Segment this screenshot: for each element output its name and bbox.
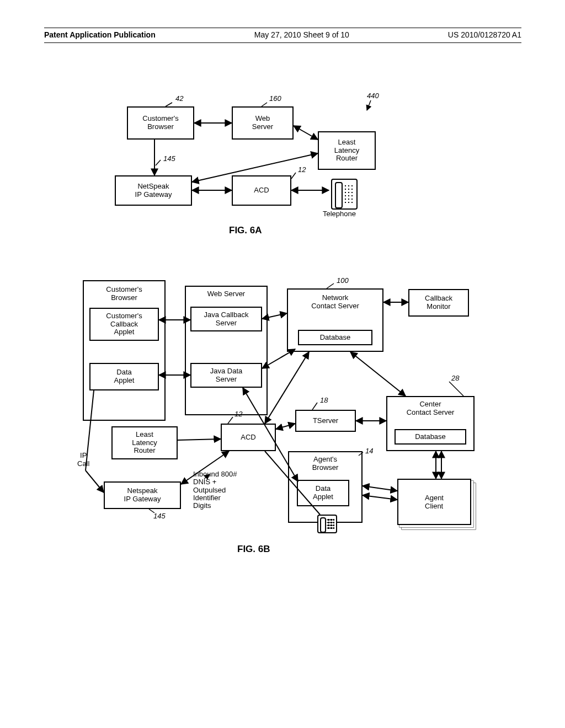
label-agents-browser: Agent's Browser	[290, 453, 360, 474]
ref-12-b: 12	[234, 410, 242, 418]
svg-line-10	[291, 173, 296, 179]
label-ip-call: IP Call	[77, 451, 89, 468]
svg-line-1	[294, 126, 318, 140]
header-mid: May 27, 2010 Sheet 9 of 10	[254, 30, 349, 39]
svg-line-17	[350, 352, 406, 396]
svg-line-21	[178, 439, 221, 440]
box-netspeak-ip-gateway-b: Netspeak IP Gateway	[104, 481, 181, 509]
box-java-callback-server: Java Callback Server	[190, 307, 262, 331]
telephone-label-a: Telephone	[323, 210, 356, 218]
svg-line-9	[156, 160, 161, 165]
header-right: US 2010/0128720 A1	[448, 30, 521, 39]
box-callback-monitor: Callback Monitor	[408, 289, 469, 317]
svg-line-25	[363, 486, 397, 491]
box-database-1: Database	[298, 330, 372, 345]
svg-line-30	[327, 283, 334, 288]
ref-440: 440	[367, 92, 379, 100]
label-inbound: Inbound 800# DNIS + Outpulsed Identifier…	[193, 470, 237, 510]
svg-line-32	[312, 403, 317, 410]
svg-line-31	[449, 382, 463, 396]
label-network-contact-server: Network Contact Server	[289, 291, 381, 314]
box-database-2: Database	[395, 429, 466, 445]
ref-145-b: 145	[153, 512, 166, 520]
svg-line-6	[166, 103, 172, 106]
ref-145-a: 145	[163, 154, 175, 163]
box-agent-client: Agent Client	[397, 479, 471, 525]
ref-12-a: 12	[298, 165, 306, 174]
ref-18: 18	[320, 396, 328, 404]
svg-line-24	[86, 470, 104, 493]
caption-fig6b: FIG. 6B	[237, 544, 270, 555]
svg-line-33	[228, 417, 233, 424]
box-acd-a: ACD	[232, 175, 291, 206]
svg-line-26	[363, 495, 397, 500]
box-data-applet-1: Data Applet	[89, 363, 159, 390]
box-acd-b: ACD	[221, 424, 276, 451]
box-data-applet-2: Data Applet	[297, 480, 349, 506]
caption-fig6a: FIG. 6A	[229, 225, 262, 236]
container-customers-browser-b: Customer's Browser	[83, 280, 166, 421]
label-customers-browser-b: Customer's Browser	[85, 282, 163, 306]
box-tserver: TServer	[295, 410, 356, 432]
svg-line-7	[262, 103, 267, 106]
box-web-server-a: Web Server	[232, 106, 294, 140]
box-customers-browser-a: Customer's Browser	[127, 106, 194, 140]
telephone-icon-a	[331, 179, 358, 210]
ref-160: 160	[269, 94, 281, 103]
box-customers-callback-applet: Customer's Callback Applet	[89, 308, 159, 341]
header-left: Patent Application Publication	[44, 30, 156, 39]
box-least-latency-router-b: Least Latency Router	[111, 426, 178, 459]
diagram-canvas: Customer's Browser Web Server Least Late…	[44, 43, 521, 677]
ref-42: 42	[175, 94, 183, 103]
page: Patent Application Publication May 27, 2…	[44, 28, 521, 701]
box-java-data-server: Java Data Server	[190, 363, 262, 388]
ref-14: 14	[365, 447, 373, 455]
label-center-contact-server: Center Contact Server	[388, 398, 472, 419]
label-web-server-b: Web Server	[187, 288, 265, 301]
page-header: Patent Application Publication May 27, 2…	[44, 28, 521, 43]
ref-100: 100	[337, 276, 349, 285]
container-web-server-b: Web Server	[185, 286, 268, 415]
svg-line-8	[367, 100, 371, 110]
telephone-icon-b	[317, 515, 337, 533]
label-agent-client: Agent Client	[425, 494, 444, 510]
svg-line-19	[276, 424, 295, 429]
box-netspeak-ip-gateway-a: NetSpeak IP Gateway	[115, 175, 192, 206]
box-least-latency-router-a: Least Latency Router	[318, 131, 376, 170]
ref-28: 28	[451, 374, 459, 382]
